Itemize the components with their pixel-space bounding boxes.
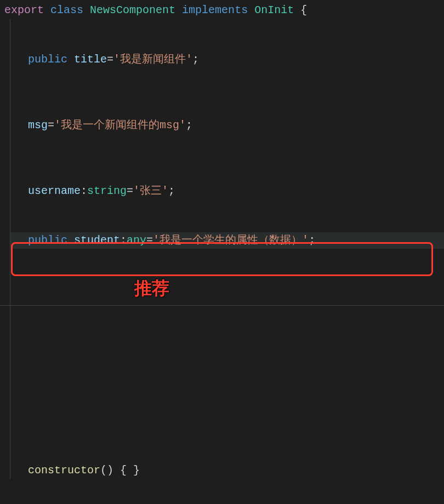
code-line-empty (10, 298, 444, 314)
code-line-empty (10, 35, 444, 51)
interface-name: OnInit (254, 4, 294, 16)
code-line-empty (10, 150, 444, 167)
divider-line (0, 305, 444, 306)
code-line-empty (10, 265, 444, 282)
code-line-empty (10, 331, 444, 347)
property-msg: msg (28, 119, 48, 131)
code-editor: export class NewsComponent implements On… (0, 0, 444, 481)
string-literal: '我是一个新闻组件的msg' (54, 119, 186, 131)
code-line-empty (10, 134, 444, 150)
constructor-keyword: constructor (28, 464, 100, 477)
code-line-student: public student:any='我是一个学生的属性（数据）'; (10, 232, 444, 249)
property-student: student (74, 234, 120, 247)
type-string: string (87, 185, 127, 197)
class-name: NewsComponent (90, 4, 175, 16)
code-line-username: username:string='张三'; (10, 183, 444, 199)
string-literal: '我是新闻组件' (113, 53, 192, 66)
type-any: any (127, 234, 146, 247)
keyword-export: export (4, 4, 44, 16)
keyword-class: class (50, 4, 83, 16)
code-line-empty (10, 249, 444, 265)
keyword-implements: implements (182, 4, 248, 16)
code-line-empty (10, 314, 444, 331)
code-line-empty (10, 347, 444, 364)
keyword-public: public (28, 53, 67, 66)
code-line-empty (10, 413, 444, 429)
code-line-msg: msg='我是一个新闻组件的msg'; (10, 117, 444, 134)
code-line-empty (10, 101, 444, 117)
code-line-empty (10, 199, 444, 216)
code-line-empty (10, 380, 444, 397)
code-line-title: public title='我是新闻组件'; (10, 51, 444, 68)
code-line-empty (10, 364, 444, 380)
code-line-empty (10, 429, 444, 446)
code-line-declaration: export class NewsComponent implements On… (0, 2, 444, 19)
code-line-empty (10, 167, 444, 183)
string-literal: '张三' (133, 185, 168, 197)
code-line-constructor: constructor() { } (10, 462, 444, 479)
code-line-empty (10, 84, 444, 101)
open-brace: { (300, 4, 307, 16)
code-line-empty (10, 397, 444, 413)
property-title: title (74, 53, 107, 66)
code-line-empty (10, 216, 444, 232)
property-username: username (28, 185, 81, 197)
code-line-empty (10, 68, 444, 84)
code-line-empty (10, 19, 444, 35)
code-line-empty (10, 446, 444, 462)
string-literal: '我是一个学生的属性（数据）' (153, 234, 309, 247)
code-line-empty (10, 282, 444, 298)
keyword-public: public (28, 234, 67, 247)
